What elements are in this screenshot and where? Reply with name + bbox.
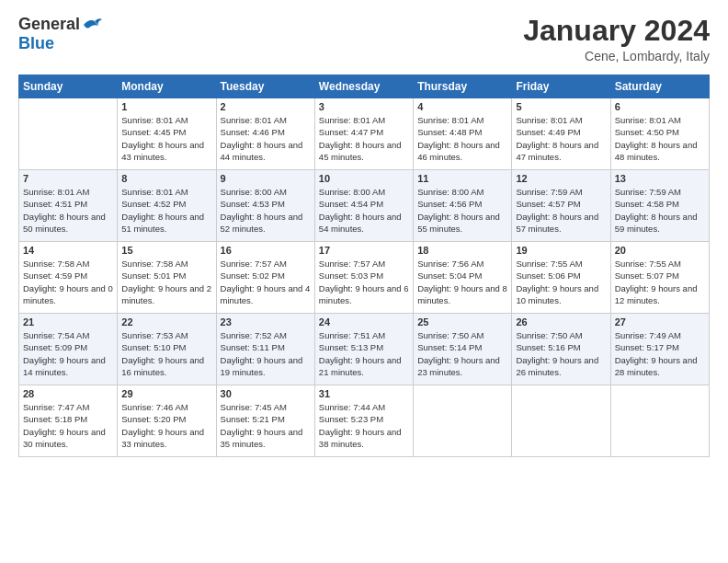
calendar-cell: 16Sunrise: 7:57 AMSunset: 5:02 PMDayligh… <box>216 242 314 314</box>
day-info: Sunrise: 7:44 AMSunset: 5:23 PMDaylight:… <box>319 401 409 450</box>
day-number: 23 <box>221 316 311 327</box>
calendar-cell: 23Sunrise: 7:52 AMSunset: 5:11 PMDayligh… <box>216 314 314 385</box>
day-number: 7 <box>23 173 113 184</box>
calendar-cell <box>512 385 610 457</box>
header-monday: Monday <box>118 75 216 98</box>
day-number: 19 <box>516 245 606 256</box>
header-friday: Friday <box>512 75 610 98</box>
day-number: 31 <box>319 388 409 399</box>
day-number: 22 <box>121 316 211 327</box>
calendar-body: 1Sunrise: 8:01 AMSunset: 4:45 PMDaylight… <box>19 98 710 457</box>
title-block: January 2024 Cene, Lombardy, Italy <box>523 15 710 63</box>
day-info: Sunrise: 7:54 AMSunset: 5:09 PMDaylight:… <box>23 329 113 378</box>
day-number: 14 <box>23 245 113 256</box>
day-info: Sunrise: 7:47 AMSunset: 5:18 PMDaylight:… <box>23 401 113 450</box>
day-info: Sunrise: 7:55 AMSunset: 5:06 PMDaylight:… <box>516 258 606 306</box>
header-tuesday: Tuesday <box>216 75 314 98</box>
day-info: Sunrise: 7:59 AMSunset: 4:57 PMDaylight:… <box>516 186 606 235</box>
day-info: Sunrise: 8:01 AMSunset: 4:46 PMDaylight:… <box>221 114 311 163</box>
day-number: 3 <box>319 101 409 112</box>
day-info: Sunrise: 7:50 AMSunset: 5:16 PMDaylight:… <box>516 329 606 378</box>
day-number: 4 <box>417 101 507 112</box>
day-info: Sunrise: 8:00 AMSunset: 4:53 PMDaylight:… <box>221 186 311 235</box>
calendar-cell <box>414 385 512 457</box>
calendar-cell: 31Sunrise: 7:44 AMSunset: 5:23 PMDayligh… <box>314 385 413 457</box>
day-number: 1 <box>121 101 211 112</box>
day-number: 27 <box>615 316 705 327</box>
day-info: Sunrise: 7:50 AMSunset: 5:14 PMDaylight:… <box>417 329 507 378</box>
calendar-cell: 5Sunrise: 8:01 AMSunset: 4:49 PMDaylight… <box>512 98 610 170</box>
day-info: Sunrise: 7:52 AMSunset: 5:11 PMDaylight:… <box>221 329 311 378</box>
calendar-cell: 22Sunrise: 7:53 AMSunset: 5:10 PMDayligh… <box>118 314 216 385</box>
calendar-week-row: 21Sunrise: 7:54 AMSunset: 5:09 PMDayligh… <box>19 314 710 385</box>
logo: General Blue <box>18 15 102 53</box>
day-info: Sunrise: 7:57 AMSunset: 5:03 PMDaylight:… <box>319 258 409 306</box>
month-title: January 2024 <box>523 15 710 47</box>
header: General Blue January 2024 Cene, Lombardy… <box>18 15 710 63</box>
day-info: Sunrise: 8:01 AMSunset: 4:49 PMDaylight:… <box>516 114 606 163</box>
day-number: 26 <box>516 316 606 327</box>
calendar-cell: 24Sunrise: 7:51 AMSunset: 5:13 PMDayligh… <box>314 314 413 385</box>
day-info: Sunrise: 8:00 AMSunset: 4:54 PMDaylight:… <box>319 186 409 235</box>
header-saturday: Saturday <box>610 75 709 98</box>
day-info: Sunrise: 7:57 AMSunset: 5:02 PMDaylight:… <box>221 258 311 306</box>
day-number: 10 <box>319 173 409 184</box>
day-number: 6 <box>615 101 705 112</box>
calendar-cell: 3Sunrise: 8:01 AMSunset: 4:47 PMDaylight… <box>314 98 413 170</box>
calendar-cell <box>610 385 709 457</box>
day-info: Sunrise: 8:01 AMSunset: 4:52 PMDaylight:… <box>121 186 211 235</box>
header-thursday: Thursday <box>414 75 512 98</box>
calendar-cell: 11Sunrise: 8:00 AMSunset: 4:56 PMDayligh… <box>414 170 512 242</box>
calendar-cell <box>19 98 118 170</box>
calendar-cell: 1Sunrise: 8:01 AMSunset: 4:45 PMDaylight… <box>118 98 216 170</box>
day-info: Sunrise: 8:01 AMSunset: 4:50 PMDaylight:… <box>615 114 705 163</box>
day-info: Sunrise: 8:01 AMSunset: 4:47 PMDaylight:… <box>319 114 409 163</box>
page-container: General Blue January 2024 Cene, Lombardy… <box>0 0 728 466</box>
day-info: Sunrise: 7:55 AMSunset: 5:07 PMDaylight:… <box>615 258 705 306</box>
day-number: 25 <box>417 316 507 327</box>
calendar-week-row: 1Sunrise: 8:01 AMSunset: 4:45 PMDaylight… <box>19 98 710 170</box>
calendar-cell: 15Sunrise: 7:58 AMSunset: 5:01 PMDayligh… <box>118 242 216 314</box>
day-info: Sunrise: 7:58 AMSunset: 5:01 PMDaylight:… <box>121 258 211 306</box>
calendar-week-row: 28Sunrise: 7:47 AMSunset: 5:18 PMDayligh… <box>19 385 710 457</box>
calendar-cell: 28Sunrise: 7:47 AMSunset: 5:18 PMDayligh… <box>19 385 118 457</box>
day-info: Sunrise: 7:53 AMSunset: 5:10 PMDaylight:… <box>121 329 211 378</box>
calendar-cell: 27Sunrise: 7:49 AMSunset: 5:17 PMDayligh… <box>610 314 709 385</box>
calendar-cell: 20Sunrise: 7:55 AMSunset: 5:07 PMDayligh… <box>610 242 709 314</box>
calendar-cell: 4Sunrise: 8:01 AMSunset: 4:48 PMDaylight… <box>414 98 512 170</box>
day-info: Sunrise: 8:01 AMSunset: 4:45 PMDaylight:… <box>121 114 211 163</box>
header-sunday: Sunday <box>19 75 118 98</box>
day-number: 28 <box>23 388 113 399</box>
day-number: 8 <box>121 173 211 184</box>
day-number: 13 <box>615 173 705 184</box>
calendar-cell: 14Sunrise: 7:58 AMSunset: 4:59 PMDayligh… <box>19 242 118 314</box>
calendar-week-row: 7Sunrise: 8:01 AMSunset: 4:51 PMDaylight… <box>19 170 710 242</box>
calendar-cell: 10Sunrise: 8:00 AMSunset: 4:54 PMDayligh… <box>314 170 413 242</box>
day-number: 21 <box>23 316 113 327</box>
header-wednesday: Wednesday <box>314 75 413 98</box>
calendar-cell: 25Sunrise: 7:50 AMSunset: 5:14 PMDayligh… <box>414 314 512 385</box>
day-info: Sunrise: 8:01 AMSunset: 4:51 PMDaylight:… <box>23 186 113 235</box>
day-info: Sunrise: 7:56 AMSunset: 5:04 PMDaylight:… <box>417 258 507 306</box>
day-info: Sunrise: 7:58 AMSunset: 4:59 PMDaylight:… <box>23 258 113 306</box>
calendar-week-row: 14Sunrise: 7:58 AMSunset: 4:59 PMDayligh… <box>19 242 710 314</box>
day-info: Sunrise: 7:49 AMSunset: 5:17 PMDaylight:… <box>615 329 705 378</box>
day-number: 29 <box>121 388 211 399</box>
day-number: 12 <box>516 173 606 184</box>
day-info: Sunrise: 7:46 AMSunset: 5:20 PMDaylight:… <box>121 401 211 450</box>
calendar-cell: 21Sunrise: 7:54 AMSunset: 5:09 PMDayligh… <box>19 314 118 385</box>
calendar-cell: 17Sunrise: 7:57 AMSunset: 5:03 PMDayligh… <box>314 242 413 314</box>
calendar-cell: 13Sunrise: 7:59 AMSunset: 4:58 PMDayligh… <box>610 170 709 242</box>
day-info: Sunrise: 7:59 AMSunset: 4:58 PMDaylight:… <box>615 186 705 235</box>
day-info: Sunrise: 8:00 AMSunset: 4:56 PMDaylight:… <box>417 186 507 235</box>
day-number: 30 <box>221 388 311 399</box>
day-info: Sunrise: 8:01 AMSunset: 4:48 PMDaylight:… <box>417 114 507 163</box>
day-number: 16 <box>221 245 311 256</box>
calendar-cell: 6Sunrise: 8:01 AMSunset: 4:50 PMDaylight… <box>610 98 709 170</box>
weekday-header-row: Sunday Monday Tuesday Wednesday Thursday… <box>19 75 710 98</box>
day-number: 11 <box>417 173 507 184</box>
logo-blue-text: Blue <box>18 34 54 53</box>
day-number: 17 <box>319 245 409 256</box>
day-number: 24 <box>319 316 409 327</box>
day-number: 2 <box>221 101 311 112</box>
